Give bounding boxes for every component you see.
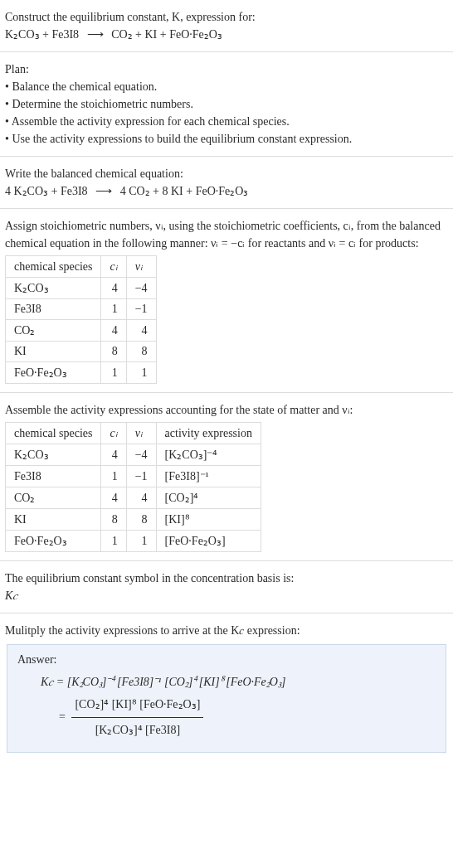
cell-c: 8 (101, 342, 126, 362)
cell-v: −4 (126, 278, 156, 299)
section-balanced: Write the balanced chemical equation: 4 … (0, 157, 453, 209)
answer-expr1: K𝑐 = [K₂CO₃]⁻⁴ [Fe3I8]⁻¹ [CO₂]⁴ [KI]⁸ [F… (41, 676, 285, 688)
col-activity: activity expression (156, 423, 261, 444)
answer-box: Answer: K𝑐 = [K₂CO₃]⁻⁴ [Fe3I8]⁻¹ [CO₂]⁴ … (7, 644, 446, 753)
eq-lhs: 4 K₂CO₃ + Fe3I8 (5, 185, 88, 197)
answer-line1: K𝑐 = [K₂CO₃]⁻⁴ [Fe3I8]⁻¹ [CO₂]⁴ [KI]⁸ [F… (41, 672, 436, 694)
section-multiply: Mulitply the activity expressions to arr… (0, 613, 453, 769)
section-symbol: The equilibrium constant symbol in the c… (0, 561, 453, 613)
section-intro: Construct the equilibrium constant, K, e… (0, 0, 453, 52)
col-c: cᵢ (101, 256, 126, 278)
answer-fraction: [CO₂]⁴ [KI]⁸ [FeO·Fe₂O₃] [K₂CO₃]⁴ [Fe3I8… (71, 694, 203, 742)
cell-c: 1 (101, 299, 126, 320)
section-plan: Plan: • Balance the chemical equation. •… (0, 52, 453, 157)
cell-v: 8 (126, 509, 156, 531)
cell-c: 8 (101, 509, 126, 531)
section-stoich: Assign stoichiometric numbers, νᵢ, using… (0, 209, 453, 393)
cell-species: CO₂ (6, 320, 101, 342)
cell-c: 4 (101, 320, 126, 342)
section-activity: Assemble the activity expressions accoun… (0, 393, 453, 561)
cell-v: 1 (126, 362, 156, 384)
cell-c: 1 (101, 466, 126, 487)
fraction-denominator: [K₂CO₃]⁴ [Fe3I8] (71, 718, 203, 742)
unbalanced-equation: K₂CO₃ + Fe3I8 ⟶ CO₂ + KI + FeO·Fe₂O₃ (5, 26, 448, 43)
table-header-row: chemical species cᵢ νᵢ activity expressi… (6, 423, 261, 444)
col-species: chemical species (6, 256, 101, 278)
cell-activity: [K₂CO₃]⁻⁴ (156, 444, 261, 466)
cell-species: FeO·Fe₂O₃ (6, 531, 101, 552)
table-row: K₂CO₃ 4 −4 [K₂CO₃]⁻⁴ (6, 444, 261, 466)
cell-species: K₂CO₃ (6, 444, 101, 466)
plan-bullet: • Determine the stoichiometric numbers. (5, 95, 448, 113)
cell-v: −1 (126, 299, 156, 320)
col-species: chemical species (6, 423, 101, 444)
intro-line: Construct the equilibrium constant, K, e… (5, 11, 256, 23)
cell-activity: [Fe3I8]⁻¹ (156, 466, 261, 487)
eq-rhs: 4 CO₂ + 8 KI + FeO·Fe₂O₃ (120, 185, 249, 197)
table-row: CO₂ 4 4 (6, 320, 157, 342)
cell-activity: [FeO·Fe₂O₃] (156, 531, 261, 552)
col-c: cᵢ (101, 423, 126, 444)
plan-bullet: • Balance the chemical equation. (5, 78, 448, 95)
cell-v: 4 (126, 487, 156, 509)
cell-activity: [CO₂]⁴ (156, 487, 261, 509)
table-header-row: chemical species cᵢ νᵢ (6, 256, 157, 278)
cell-v: −1 (126, 466, 156, 487)
activity-title: Assemble the activity expressions accoun… (5, 401, 448, 419)
table-row: FeO·Fe₂O₃ 1 1 [FeO·Fe₂O₃] (6, 531, 261, 552)
stoich-table: chemical species cᵢ νᵢ K₂CO₃ 4 −4 Fe3I8 … (5, 255, 157, 384)
stoich-text: Assign stoichiometric numbers, νᵢ, using… (5, 217, 448, 252)
cell-c: 4 (101, 444, 126, 466)
plan-bullet: • Assemble the activity expression for e… (5, 113, 448, 130)
cell-species: KI (6, 509, 101, 531)
cell-c: 4 (101, 278, 126, 299)
cell-species: FeO·Fe₂O₃ (6, 362, 101, 384)
eq-lhs: K₂CO₃ + Fe3I8 (5, 28, 79, 41)
table-row: KI 8 8 (6, 342, 157, 362)
multiply-title: Mulitply the activity expressions to arr… (5, 622, 448, 639)
col-v: νᵢ (126, 256, 156, 278)
answer-eq: = (59, 710, 68, 723)
cell-species: CO₂ (6, 487, 101, 509)
cell-c: 1 (101, 531, 126, 552)
balanced-title: Write the balanced chemical equation: (5, 165, 448, 182)
table-row: KI 8 8 [KI]⁸ (6, 509, 261, 531)
balanced-equation: 4 K₂CO₃ + Fe3I8 ⟶ 4 CO₂ + 8 KI + FeO·Fe₂… (5, 182, 448, 200)
cell-species: Fe3I8 (6, 299, 101, 320)
symbol-text: The equilibrium constant symbol in the c… (5, 570, 448, 587)
cell-c: 4 (101, 487, 126, 509)
table-row: Fe3I8 1 −1 (6, 299, 157, 320)
plan-title: Plan: (5, 61, 448, 78)
arrow-icon: ⟶ (87, 26, 104, 43)
cell-v: 8 (126, 342, 156, 362)
eq-rhs: CO₂ + KI + FeO·Fe₂O₃ (111, 28, 222, 41)
table-row: Fe3I8 1 −1 [Fe3I8]⁻¹ (6, 466, 261, 487)
cell-v: 4 (126, 320, 156, 342)
table-row: CO₂ 4 4 [CO₂]⁴ (6, 487, 261, 509)
col-v: νᵢ (126, 423, 156, 444)
fraction-numerator: [CO₂]⁴ [KI]⁸ [FeO·Fe₂O₃] (71, 694, 203, 719)
cell-species: Fe3I8 (6, 466, 101, 487)
cell-c: 1 (101, 362, 126, 384)
cell-v: −4 (126, 444, 156, 466)
cell-activity: [KI]⁸ (156, 509, 261, 531)
answer-line2: = [CO₂]⁴ [KI]⁸ [FeO·Fe₂O₃] [K₂CO₃]⁴ [Fe3… (59, 694, 436, 742)
plan-bullet: • Use the activity expressions to build … (5, 130, 448, 148)
activity-table: chemical species cᵢ νᵢ activity expressi… (5, 422, 261, 552)
symbol-kc: K𝑐 (5, 587, 448, 604)
answer-title: Answer: (17, 653, 436, 667)
cell-v: 1 (126, 531, 156, 552)
arrow-icon: ⟶ (95, 182, 112, 200)
cell-species: KI (6, 342, 101, 362)
table-row: FeO·Fe₂O₃ 1 1 (6, 362, 157, 384)
intro-text: Construct the equilibrium constant, K, e… (5, 8, 448, 26)
cell-species: K₂CO₃ (6, 278, 101, 299)
table-row: K₂CO₃ 4 −4 (6, 278, 157, 299)
